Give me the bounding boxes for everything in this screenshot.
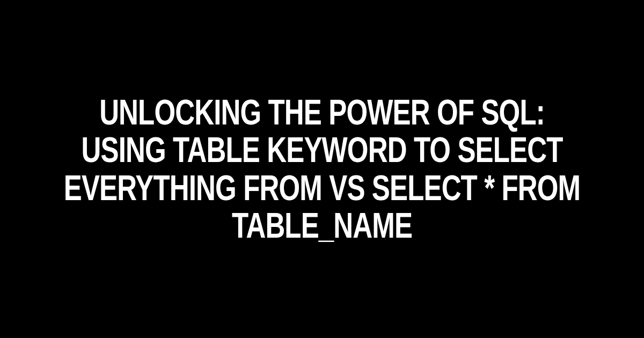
page-title: Unlocking the Power of SQL: Using TABLE …: [39, 94, 605, 244]
